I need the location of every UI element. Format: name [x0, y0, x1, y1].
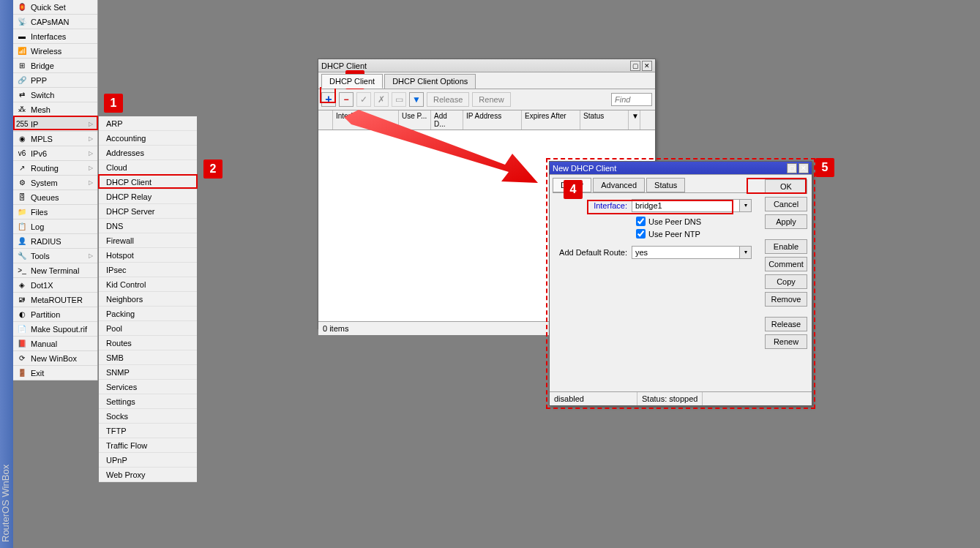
col-usep[interactable]: Use P... — [399, 110, 431, 130]
window-titlebar[interactable]: DHCP Client ▢ ✕ — [318, 59, 655, 72]
col-interface[interactable]: Interface — [333, 110, 399, 130]
sidebar-item-system[interactable]: ⚙System▷ — [13, 176, 97, 190]
remove-button[interactable]: − — [339, 92, 354, 107]
sidebar-item-interfaces[interactable]: ▬Interfaces — [13, 29, 97, 44]
sidebar-item-radius[interactable]: 👤RADIUS — [13, 234, 97, 249]
tab-status[interactable]: Status — [646, 178, 685, 192]
submenu-item-pool[interactable]: Pool — [99, 321, 197, 336]
submenu-item-cloud[interactable]: Cloud — [99, 160, 197, 175]
cancel-button[interactable]: Cancel — [765, 197, 807, 211]
menu-icon: 👤 — [16, 236, 28, 247]
sidebar-item-metarouter[interactable]: 🖳MetaROUTER — [13, 293, 97, 307]
col-more[interactable]: ▼ — [629, 110, 640, 130]
submenu-item-addresses[interactable]: Addresses — [99, 146, 197, 160]
menu-label: Log — [31, 222, 94, 231]
use-peer-ntp-checkbox[interactable] — [636, 229, 646, 239]
release-button[interactable]: Release — [765, 317, 807, 331]
col-ip[interactable]: IP Address — [463, 110, 522, 130]
sidebar-item-switch[interactable]: ⇄Switch — [13, 88, 97, 102]
release-button[interactable]: Release — [427, 92, 469, 107]
sidebar-item-capsman[interactable]: 📡CAPsMAN — [13, 15, 97, 29]
tab-dhcp-client[interactable]: DHCP Client — [321, 74, 383, 89]
close-button[interactable]: ✕ — [642, 61, 652, 71]
sidebar-item-new-terminal[interactable]: >_New Terminal — [13, 263, 97, 278]
submenu-item-packing[interactable]: Packing — [99, 307, 197, 321]
submenu-item-socks[interactable]: Socks — [99, 409, 197, 424]
comment-button[interactable]: ▭ — [392, 92, 406, 107]
sidebar-item-new-winbox[interactable]: ⟳New WinBox — [13, 351, 97, 366]
sidebar-item-tools[interactable]: 🔧Tools▷ — [13, 249, 97, 263]
dialog-titlebar[interactable]: New DHCP Client ▢ ✕ — [550, 162, 812, 175]
disable-button[interactable]: ✗ — [374, 92, 389, 107]
submenu-item-dhcp-client[interactable]: DHCP Client — [99, 175, 197, 189]
sidebar-item-partition[interactable]: ◐Partition — [13, 307, 97, 322]
sidebar-item-manual[interactable]: 📕Manual — [13, 337, 97, 351]
sidebar-item-ppp[interactable]: 🔗PPP — [13, 73, 97, 88]
sidebar-item-log[interactable]: 📋Log — [13, 219, 97, 234]
sidebar-item-make-supout-rif[interactable]: 📄Make Supout.rif — [13, 322, 97, 337]
dialog-close[interactable]: ✕ — [798, 163, 809, 173]
add-default-route-dropdown[interactable]: ▾ — [740, 246, 752, 259]
submenu-item-tftp[interactable]: TFTP — [99, 424, 197, 438]
sidebar-item-ipv6[interactable]: v6IPv6▷ — [13, 146, 97, 161]
submenu-item-settings[interactable]: Settings — [99, 394, 197, 409]
renew-button[interactable]: Renew — [472, 92, 510, 107]
submenu-item-firewall[interactable]: Firewall — [99, 233, 197, 248]
apply-button[interactable]: Apply — [765, 214, 807, 229]
comment-button[interactable]: Comment — [765, 257, 807, 271]
minimize-button[interactable]: ▢ — [630, 61, 640, 71]
submenu-item-dns[interactable]: DNS — [99, 219, 197, 233]
submenu-item-dhcp-server[interactable]: DHCP Server — [99, 204, 197, 219]
submenu-item-kid-control[interactable]: Kid Control — [99, 277, 197, 292]
submenu-item-ipsec[interactable]: IPsec — [99, 263, 197, 277]
col-marker[interactable] — [318, 110, 333, 130]
submenu-item-accounting[interactable]: Accounting — [99, 131, 197, 146]
enable-button[interactable]: ✓ — [356, 92, 371, 107]
sidebar-item-routing[interactable]: ↗Routing▷ — [13, 161, 97, 176]
copy-button[interactable]: Copy — [765, 274, 807, 289]
renew-button[interactable]: Renew — [765, 334, 807, 349]
sidebar-item-mesh[interactable]: ⁂Mesh — [13, 102, 97, 117]
col-status[interactable]: Status — [580, 110, 629, 130]
sidebar-item-mpls[interactable]: ◉MPLS▷ — [13, 132, 97, 146]
add-default-route-input[interactable] — [632, 246, 740, 259]
sidebar-item-files[interactable]: 📁Files — [13, 205, 97, 219]
tab-dhcp-client-options[interactable]: DHCP Client Options — [384, 74, 476, 89]
dialog-minimize[interactable]: ▢ — [787, 163, 797, 173]
col-addd[interactable]: Add D... — [431, 110, 463, 130]
submenu-item-smb[interactable]: SMB — [99, 350, 197, 365]
interface-dropdown[interactable]: ▾ — [740, 199, 752, 212]
sidebar-item-bridge[interactable]: ⊞Bridge — [13, 59, 97, 73]
sidebar-item-wireless[interactable]: 📶Wireless — [13, 44, 97, 59]
submenu-item-services[interactable]: Services — [99, 380, 197, 394]
remove-button[interactable]: Remove — [765, 292, 807, 307]
tab-dhcp[interactable]: DHCP — [553, 178, 591, 192]
ok-button[interactable]: OK — [765, 179, 807, 194]
sidebar-item-exit[interactable]: 🚪Exit — [13, 366, 97, 380]
submenu-item-upnp[interactable]: UPnP — [99, 453, 197, 468]
use-peer-dns-checkbox[interactable] — [636, 217, 646, 226]
submenu-item-web-proxy[interactable]: Web Proxy — [99, 468, 197, 482]
submenu-item-hotspot[interactable]: Hotspot — [99, 248, 197, 263]
sidebar-item-quick-set[interactable]: 🏮Quick Set — [13, 0, 97, 15]
use-peer-dns-row[interactable]: Use Peer DNS — [558, 217, 752, 226]
submenu-item-traffic-flow[interactable]: Traffic Flow — [99, 438, 197, 453]
find-input[interactable] — [611, 93, 652, 106]
add-button[interactable]: + — [321, 92, 336, 107]
tab-advanced[interactable]: Advanced — [593, 178, 645, 192]
filter-button[interactable]: ▼ — [409, 92, 424, 107]
sidebar-item-dot1x[interactable]: ◈Dot1X — [13, 278, 97, 293]
sidebar-item-queues[interactable]: 🗄Queues — [13, 190, 97, 205]
menu-label: Switch — [31, 91, 94, 100]
submenu-item-arp[interactable]: ARP — [99, 116, 197, 131]
submenu-item-dhcp-relay[interactable]: DHCP Relay — [99, 189, 197, 204]
interface-input[interactable] — [632, 199, 740, 212]
sidebar-item-ip[interactable]: 255IP▷ — [13, 117, 97, 132]
use-peer-ntp-row[interactable]: Use Peer NTP — [558, 229, 752, 239]
submenu-item-routes[interactable]: Routes — [99, 336, 197, 350]
submenu-item-snmp[interactable]: SNMP — [99, 365, 197, 380]
menu-icon: ⁂ — [16, 104, 28, 116]
submenu-item-neighbors[interactable]: Neighbors — [99, 292, 197, 307]
enable-button[interactable]: Enable — [765, 239, 807, 254]
col-expires[interactable]: Expires After — [522, 110, 580, 130]
